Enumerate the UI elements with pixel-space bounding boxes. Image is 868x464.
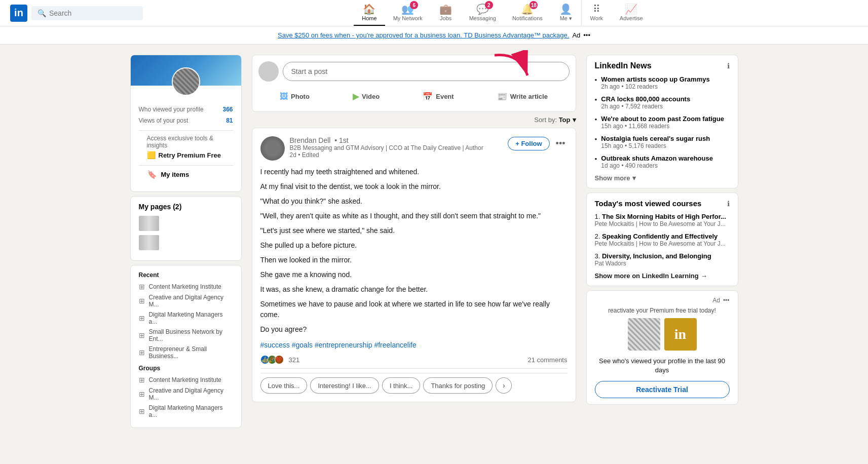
nav-label-jobs: Jobs — [440, 15, 451, 21]
ad-body: reactivate your Premium free trial today… — [595, 307, 730, 398]
reaction-comments[interactable]: 21 comments — [527, 356, 567, 364]
me-icon: 👤 — [559, 3, 572, 15]
recent-item-3[interactable]: ⊞ Small Business Network by Ent... — [139, 328, 233, 342]
course-item-0: 1. The Six Morning Habits of High Perfor… — [595, 213, 730, 227]
reaction-btn-1[interactable]: Interesting! I like... — [310, 377, 379, 394]
reaction-btn-0[interactable]: Love this... — [260, 377, 308, 394]
post-action-event[interactable]: 📅 Event — [417, 88, 460, 105]
views-post-stat[interactable]: Views of your post 81 — [139, 115, 233, 126]
recent-label-2: Digital Marketing Managers a... — [149, 311, 233, 325]
follow-button[interactable]: + Follow — [508, 137, 549, 150]
post-action-photo[interactable]: 🖼 Photo — [274, 88, 316, 105]
recent-label-0: Content Marketing Institute — [149, 283, 221, 290]
profile-avatar[interactable] — [172, 67, 200, 96]
nav-item-me[interactable]: 👤 Me ▾ — [551, 0, 581, 26]
courses-info-icon[interactable]: ℹ — [727, 200, 730, 208]
right-sidebar: LinkedIn News ℹ ● Women artists scoop up… — [586, 55, 738, 405]
avatar-image — [173, 68, 199, 95]
post-para-2: "What do you think?" she asked. — [260, 196, 568, 207]
sort-button[interactable]: Top ▾ — [559, 116, 576, 124]
post-action-video[interactable]: ▶ Video — [347, 88, 386, 105]
navbar: in 🔍 🏠 Home 👥 6 My Network 💼 Jobs 💬 2 — [0, 0, 868, 26]
recent-item-2[interactable]: ⊞ Digital Marketing Managers a... — [139, 311, 233, 325]
show-more-news[interactable]: Show more ▾ — [595, 174, 730, 182]
course-name-0[interactable]: The Six Morning Habits of High Perfor... — [602, 213, 726, 220]
group-item-1[interactable]: ⊞ Creative and Digital Agency M... — [139, 387, 233, 401]
reaction-btn-3[interactable]: Thanks for posting — [423, 377, 493, 394]
news-headline-1[interactable]: CRA locks 800,000 accounts — [601, 95, 690, 103]
news-meta-3: 15h ago • 5,176 readers — [601, 142, 710, 149]
reactivate-trial-button[interactable]: Reactivate Trial — [595, 381, 730, 398]
nav-item-jobs[interactable]: 💼 Jobs — [431, 0, 461, 26]
nav-item-advertise[interactable]: 📈 Advertise — [612, 0, 651, 26]
search-icon: 🔍 — [37, 9, 46, 17]
author-avatar[interactable] — [260, 136, 285, 161]
group-item-0[interactable]: ⊞ Content Marketing Institute — [139, 376, 233, 384]
search-input[interactable] — [49, 9, 137, 17]
course-rank-1: 2. — [595, 233, 600, 240]
views-post-count: 81 — [226, 117, 233, 124]
author-name[interactable]: Brendan Dell • 1st — [290, 136, 483, 144]
home-icon: 🏠 — [363, 3, 375, 15]
course-rank-2: 3. — [595, 252, 600, 260]
recent-card: Recent ⊞ Content Marketing Institute ⊞ C… — [130, 265, 242, 428]
ad-banner-label: Ad — [572, 31, 580, 39]
nav-item-home[interactable]: 🏠 Home — [354, 0, 385, 26]
ad-banner-link[interactable]: Save $250 on fees when - you're approved… — [278, 31, 569, 39]
sort-chevron-icon: ▾ — [573, 116, 576, 124]
group-item-2[interactable]: ⊞ Digital Marketing Managers a... — [139, 404, 233, 418]
notifications-icon: 🔔 18 — [521, 3, 534, 15]
linkedin-logo[interactable]: in — [10, 5, 27, 22]
start-a-post-input[interactable]: Start a post — [283, 62, 570, 81]
author-desc: B2B Messaging and GTM Advisory | CCO at … — [290, 144, 483, 151]
page-item-2[interactable] — [139, 235, 233, 250]
premium-icon: 🟨 — [147, 151, 156, 159]
recent-item-0[interactable]: ⊞ Content Marketing Institute — [139, 283, 233, 291]
my-items-link[interactable]: 🔖 My items — [147, 170, 225, 179]
news-headline-0[interactable]: Women artists scoop up Grammys — [601, 75, 709, 83]
news-item-4: ● Outbreak shuts Amazon warehouse 1d ago… — [595, 154, 730, 169]
reaction-emojis: 👍 🎉 ❤️ — [260, 355, 282, 364]
recent-label-3: Small Business Network by Ent... — [149, 328, 233, 342]
recent-icon-0: ⊞ — [139, 283, 145, 291]
who-viewed-stat[interactable]: Who viewed your profile 366 — [139, 104, 233, 115]
premium-retry-link[interactable]: 🟨 Retry Premium Free — [147, 151, 225, 159]
nav-item-work[interactable]: ⠿ Work — [581, 0, 612, 26]
nav-center: 🏠 Home 👥 6 My Network 💼 Jobs 💬 2 Messagi… — [147, 0, 858, 26]
nav-label-messaging: Messaging — [469, 15, 496, 21]
news-headline-4[interactable]: Outbreak shuts Amazon warehouse — [601, 154, 713, 162]
post-author: Brendan Dell • 1st B2B Messaging and GTM… — [260, 136, 483, 161]
nav-item-notifications[interactable]: 🔔 18 Notifications — [504, 0, 551, 26]
nav-label-me: Me ▾ — [560, 15, 572, 22]
recent-item-1[interactable]: ⊞ Creative and Digital Agency M... — [139, 294, 233, 308]
who-viewed-label: Who viewed your profile — [139, 106, 204, 113]
post-para-8: It was, as she knew, a dramatic change f… — [260, 284, 568, 295]
nav-item-messaging[interactable]: 💬 2 Messaging — [461, 0, 504, 26]
ad-card-label: Ad — [712, 297, 720, 304]
news-item-1: ● CRA locks 800,000 accounts 2h ago • 7,… — [595, 95, 730, 110]
news-headline-3[interactable]: Nostalgia fuels cereal's sugar rush — [601, 135, 710, 142]
show-more-courses[interactable]: Show more on LinkedIn Learning → — [595, 272, 730, 280]
recent-item-4[interactable]: ⊞ Entrepreneur & Small Business... — [139, 345, 233, 360]
recent-label-1: Creative and Digital Agency M... — [149, 294, 233, 308]
event-label: Event — [436, 93, 454, 100]
course-name-1[interactable]: Speaking Confidently and Effectively — [602, 233, 718, 240]
show-more-courses-label: Show more on LinkedIn Learning — [595, 272, 699, 280]
search-box[interactable]: 🔍 — [31, 6, 143, 20]
course-name-2[interactable]: Diversity, Inclusion, and Belonging — [602, 252, 711, 260]
reaction-btn-2[interactable]: I think... — [382, 377, 421, 394]
post-action-article[interactable]: 📰 Write article — [491, 88, 554, 105]
nav-item-my-network[interactable]: 👥 6 My Network — [385, 0, 431, 26]
feed: Start a post 🖼 Photo ▶ — [252, 55, 576, 406]
page-item-1[interactable] — [139, 216, 233, 231]
ad-banner-more[interactable]: ••• — [583, 31, 590, 39]
course-item-2: 3. Diversity, Inclusion, and Belonging P… — [595, 252, 730, 267]
news-headline-2[interactable]: We're about to zoom past Zoom fatigue — [601, 115, 724, 123]
post-more-icon[interactable]: ••• — [554, 136, 568, 151]
show-more-news-label: Show more — [595, 174, 630, 182]
news-info-icon[interactable]: ℹ — [727, 62, 730, 70]
reaction-more-button[interactable]: › — [496, 377, 512, 394]
post-para-9: Sometimes we have to pause and look at w… — [260, 299, 568, 320]
ad-card-more-icon[interactable]: ••• — [723, 297, 730, 304]
post-para-7: She gave me a knowing nod. — [260, 269, 568, 280]
